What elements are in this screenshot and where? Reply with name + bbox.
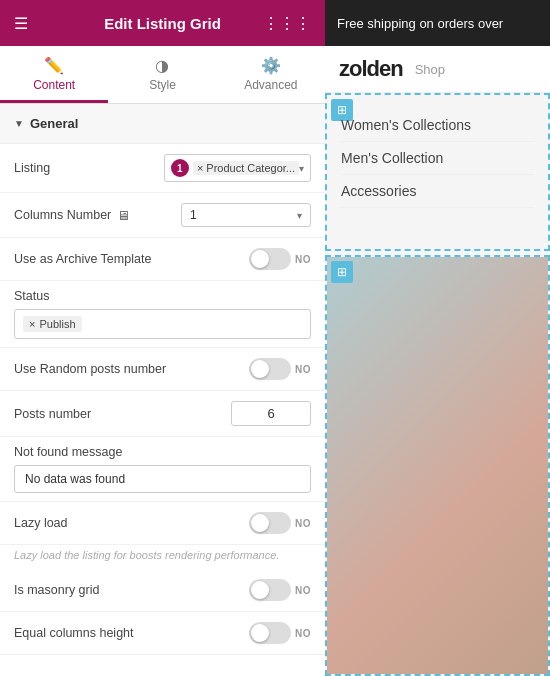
lazy-load-track[interactable] bbox=[249, 512, 291, 534]
listing-tag-value: Product Categor... bbox=[206, 162, 295, 174]
archive-template-toggle-label: NO bbox=[295, 254, 311, 265]
equal-columns-label: Equal columns height bbox=[14, 626, 134, 640]
tabs-bar: ✏️ Content ◑ Style ⚙️ Advanced bbox=[0, 46, 325, 104]
posts-number-input[interactable] bbox=[231, 401, 311, 426]
masonry-thumb bbox=[251, 581, 269, 599]
general-section-label: General bbox=[30, 116, 78, 131]
preview-image bbox=[327, 257, 548, 674]
posts-number-row: Posts number bbox=[0, 391, 325, 437]
content-tab-icon: ✏️ bbox=[44, 56, 64, 75]
block-handle-icon-bottom: ⊞ bbox=[337, 265, 347, 279]
advanced-tab-icon: ⚙️ bbox=[261, 56, 281, 75]
equal-columns-thumb bbox=[251, 624, 269, 642]
listing-chevron-icon: ▾ bbox=[299, 163, 304, 174]
lazy-load-thumb bbox=[251, 514, 269, 532]
equal-columns-toggle[interactable]: NO bbox=[249, 622, 311, 644]
masonry-row: Is masonry grid NO bbox=[0, 569, 325, 612]
site-header: zolden Shop bbox=[325, 46, 550, 93]
tab-style[interactable]: ◑ Style bbox=[108, 46, 216, 103]
collection-accessories: Accessories bbox=[341, 175, 534, 208]
general-section-header: ▼ General bbox=[0, 104, 325, 144]
preview-area: ⊞ Women's Collections Men's Collection A… bbox=[325, 93, 550, 676]
tab-advanced-label: Advanced bbox=[244, 78, 297, 92]
archive-template-thumb bbox=[251, 250, 269, 268]
masonry-control: NO bbox=[249, 579, 311, 601]
posts-number-control bbox=[231, 401, 311, 426]
banner-text: Free shipping on orders over bbox=[337, 16, 503, 31]
listing-badge: 1 bbox=[171, 159, 189, 177]
tab-content-label: Content bbox=[33, 78, 75, 92]
status-tag-value: Publish bbox=[39, 318, 75, 330]
random-posts-track[interactable] bbox=[249, 358, 291, 380]
preview-block-top: ⊞ Women's Collections Men's Collection A… bbox=[325, 93, 550, 251]
columns-label-text: Columns Number bbox=[14, 208, 111, 222]
columns-row: Columns Number 🖥 1 ▾ bbox=[0, 193, 325, 238]
lazy-load-row: Lazy load NO bbox=[0, 502, 325, 545]
block-handle-bottom[interactable]: ⊞ bbox=[331, 261, 353, 283]
random-posts-row: Use Random posts number NO bbox=[0, 348, 325, 391]
archive-template-toggle[interactable]: NO bbox=[249, 248, 311, 270]
columns-select[interactable]: 1 ▾ bbox=[181, 203, 311, 227]
masonry-toggle[interactable]: NO bbox=[249, 579, 311, 601]
archive-template-label: Use as Archive Template bbox=[14, 252, 151, 266]
status-tag-remove[interactable]: × bbox=[29, 318, 35, 330]
banner-strip: Free shipping on orders over bbox=[325, 0, 550, 46]
equal-columns-control: NO bbox=[249, 622, 311, 644]
monitor-icon: 🖥 bbox=[117, 208, 130, 223]
panel-content: ▼ General Listing 1 × Product Categor...… bbox=[0, 104, 325, 676]
columns-chevron-icon: ▾ bbox=[297, 210, 302, 221]
hamburger-icon[interactable]: ☰ bbox=[14, 14, 28, 33]
archive-template-row: Use as Archive Template NO bbox=[0, 238, 325, 281]
archive-template-track[interactable] bbox=[249, 248, 291, 270]
left-panel: ✏️ Content ◑ Style ⚙️ Advanced ▼ General… bbox=[0, 46, 325, 676]
equal-columns-track[interactable] bbox=[249, 622, 291, 644]
style-tab-icon: ◑ bbox=[155, 56, 169, 75]
main-layout: ✏️ Content ◑ Style ⚙️ Advanced ▼ General… bbox=[0, 46, 550, 676]
random-posts-control: NO bbox=[249, 358, 311, 380]
site-logo: zolden bbox=[339, 56, 403, 82]
lazy-load-helper: Lazy load the listing for boosts renderi… bbox=[0, 545, 325, 569]
collection-mens: Men's Collection bbox=[341, 142, 534, 175]
listing-control: 1 × Product Categor... ▾ bbox=[164, 154, 311, 182]
lazy-load-control: NO bbox=[249, 512, 311, 534]
masonry-toggle-label: NO bbox=[295, 585, 311, 596]
columns-label: Columns Number 🖥 bbox=[14, 208, 130, 223]
not-found-row: Not found message bbox=[0, 437, 325, 502]
tab-advanced[interactable]: ⚙️ Advanced bbox=[217, 46, 325, 103]
archive-template-control: NO bbox=[249, 248, 311, 270]
random-posts-toggle[interactable]: NO bbox=[249, 358, 311, 380]
page-title: Edit Listing Grid bbox=[104, 15, 221, 32]
lazy-load-toggle[interactable]: NO bbox=[249, 512, 311, 534]
chevron-down-icon: ▼ bbox=[14, 118, 24, 129]
masonry-track[interactable] bbox=[249, 579, 291, 601]
site-nav: Shop bbox=[415, 62, 445, 77]
posts-number-label: Posts number bbox=[14, 407, 91, 421]
listing-row: Listing 1 × Product Categor... ▾ bbox=[0, 144, 325, 193]
status-tag: × Publish bbox=[23, 316, 82, 332]
masonry-label: Is masonry grid bbox=[14, 583, 99, 597]
right-panel: zolden Shop ⊞ Women's Collections Men's … bbox=[325, 46, 550, 676]
equal-columns-row: Equal columns height NO bbox=[0, 612, 325, 655]
listing-select[interactable]: 1 × Product Categor... ▾ bbox=[164, 154, 311, 182]
status-input[interactable]: × Publish bbox=[14, 309, 311, 339]
tab-style-label: Style bbox=[149, 78, 176, 92]
lazy-load-label: Lazy load bbox=[14, 516, 68, 530]
tab-content[interactable]: ✏️ Content bbox=[0, 46, 108, 103]
not-found-input[interactable] bbox=[14, 465, 311, 493]
columns-value: 1 bbox=[190, 208, 197, 222]
listing-tag-remove[interactable]: × bbox=[197, 162, 203, 174]
columns-control: 1 ▾ bbox=[181, 203, 311, 227]
random-posts-toggle-label: NO bbox=[295, 364, 311, 375]
editor-header: ☰ Edit Listing Grid ⋮⋮⋮ bbox=[0, 15, 325, 32]
grid-icon[interactable]: ⋮⋮⋮ bbox=[263, 14, 311, 33]
collection-womens: Women's Collections bbox=[341, 109, 534, 142]
status-row: Status × Publish bbox=[0, 281, 325, 348]
top-header: ☰ Edit Listing Grid ⋮⋮⋮ Free shipping on… bbox=[0, 0, 550, 46]
listing-label: Listing bbox=[14, 161, 50, 175]
preview-block-bottom: ⊞ bbox=[325, 255, 550, 676]
collections-area: Women's Collections Men's Collection Acc… bbox=[327, 95, 548, 222]
listing-tag: × Product Categor... bbox=[193, 161, 299, 175]
lazy-load-toggle-label: NO bbox=[295, 518, 311, 529]
status-label: Status bbox=[14, 289, 311, 303]
equal-columns-toggle-label: NO bbox=[295, 628, 311, 639]
